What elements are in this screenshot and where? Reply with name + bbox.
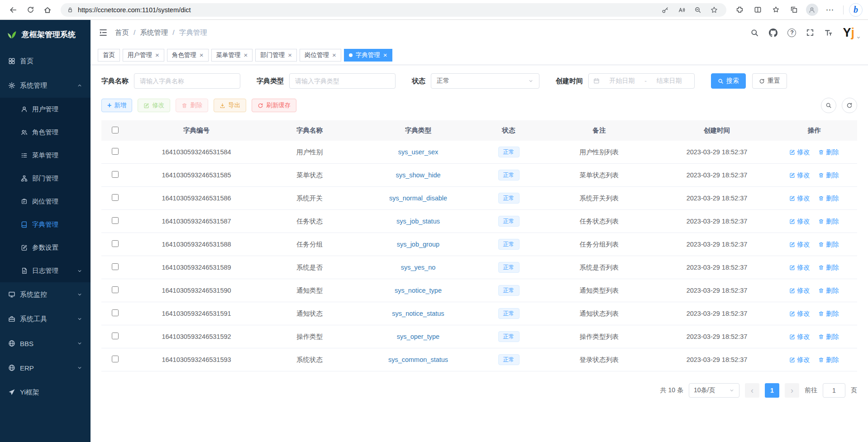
dict-type-link[interactable]: sys_normal_disable [389, 195, 447, 202]
dict-type-link[interactable]: sys_job_status [396, 218, 440, 225]
app-logo[interactable]: 意框架管理系统 [0, 20, 91, 49]
search-button[interactable]: 搜索 [711, 73, 746, 89]
edit-row-button[interactable]: 修改 [789, 217, 810, 226]
sidebar-item-system-monitor[interactable]: 系统监控 [0, 282, 91, 307]
delete-button[interactable]: 删除 [176, 99, 208, 112]
dict-type-link[interactable]: sys_notice_type [395, 287, 442, 294]
export-button[interactable]: 导出 [214, 99, 246, 112]
favorites-star-icon[interactable] [708, 4, 720, 16]
delete-row-button[interactable]: 删除 [818, 171, 839, 180]
github-button[interactable] [769, 29, 777, 37]
collections-icon[interactable] [786, 2, 801, 18]
sidebar-item-erp[interactable]: ERP [0, 356, 91, 380]
sidebar-item-dict-management[interactable]: 字典管理 [0, 213, 91, 236]
browser-profile-avatar[interactable] [804, 2, 820, 18]
sidebar-item-home[interactable]: 首页 [0, 49, 91, 73]
edit-row-button[interactable]: 修改 [789, 309, 810, 318]
prev-page-button[interactable]: ‹ [745, 383, 759, 398]
dict-name-input[interactable] [134, 73, 240, 89]
close-icon[interactable]: × [288, 52, 292, 58]
close-icon[interactable]: × [244, 52, 248, 58]
breadcrumb-home[interactable]: 首页 [115, 28, 129, 38]
address-bar[interactable]: https://ccnetcore.com:1101/system/dict [61, 3, 726, 17]
select-all-checkbox[interactable] [112, 127, 119, 133]
sidebar-item-post-management[interactable]: 岗位管理 [0, 190, 91, 213]
split-screen-icon[interactable] [750, 2, 765, 18]
delete-row-button[interactable]: 删除 [818, 286, 839, 295]
sidebar-item-log-management[interactable]: 日志管理 [0, 259, 91, 282]
close-icon[interactable]: × [155, 52, 159, 58]
sidebar-item-yi-framework[interactable]: Yi框架 [0, 380, 91, 404]
extensions-puzzle-icon[interactable] [732, 2, 747, 18]
hide-search-button[interactable] [821, 98, 836, 113]
add-button[interactable]: + 新增 [101, 99, 132, 112]
page-size-select[interactable]: 10条/页 [689, 383, 739, 398]
dict-type-link[interactable]: sys_job_group [397, 241, 439, 248]
refresh-cache-button[interactable]: 刷新缓存 [252, 99, 296, 112]
dict-type-link[interactable]: sys_show_hide [396, 171, 440, 179]
row-checkbox[interactable] [112, 333, 119, 339]
zoom-out-icon[interactable] [692, 4, 704, 16]
row-checkbox[interactable] [112, 263, 119, 270]
edit-row-button[interactable]: 修改 [789, 148, 810, 157]
refresh-table-button[interactable] [842, 98, 857, 113]
close-icon[interactable]: × [332, 52, 336, 58]
row-checkbox[interactable] [112, 194, 119, 201]
tab-menu-management[interactable]: 菜单管理× [211, 49, 253, 62]
row-checkbox[interactable] [112, 356, 119, 362]
dict-type-link[interactable]: sys_yes_no [401, 264, 436, 271]
edit-row-button[interactable]: 修改 [789, 286, 810, 295]
row-checkbox[interactable] [112, 286, 119, 293]
dict-type-link[interactable]: sys_user_sex [398, 148, 439, 156]
delete-row-button[interactable]: 删除 [818, 240, 839, 249]
help-button[interactable]: ? [787, 29, 796, 37]
browser-back-button[interactable] [5, 2, 21, 18]
close-icon[interactable]: × [200, 52, 204, 58]
edit-row-button[interactable]: 修改 [789, 240, 810, 249]
row-checkbox[interactable] [112, 171, 119, 178]
goto-page-input[interactable] [823, 383, 845, 398]
dict-type-link[interactable]: sys_notice_status [392, 310, 444, 317]
edit-row-button[interactable]: 修改 [789, 194, 810, 203]
tab-role-management[interactable]: 角色管理× [167, 49, 209, 62]
edit-row-button[interactable]: 修改 [789, 171, 810, 180]
delete-row-button[interactable]: 删除 [818, 356, 839, 364]
breadcrumb-system[interactable]: 系统管理 [140, 28, 168, 38]
sidebar-item-system-management[interactable]: 系统管理 [0, 73, 91, 98]
row-checkbox[interactable] [112, 309, 119, 316]
status-select[interactable]: 正常 [431, 73, 539, 89]
header-search-button[interactable] [750, 29, 759, 37]
sidebar-item-bbs[interactable]: BBS [0, 331, 91, 356]
edit-row-button[interactable]: 修改 [789, 263, 810, 272]
next-page-button[interactable]: › [785, 383, 799, 398]
close-icon[interactable]: × [383, 52, 387, 58]
tab-post-management[interactable]: 岗位管理× [300, 49, 341, 62]
sidebar-item-user-management[interactable]: 用户管理 [0, 98, 91, 121]
fullscreen-button[interactable] [806, 29, 814, 37]
delete-row-button[interactable]: 删除 [818, 309, 839, 318]
browser-home-button[interactable] [40, 2, 55, 18]
delete-row-button[interactable]: 删除 [818, 148, 839, 157]
tab-dict-management[interactable]: 字典管理× [344, 49, 392, 62]
tab-dept-management[interactable]: 部门管理× [255, 49, 297, 62]
sidebar-item-dept-management[interactable]: 部门管理 [0, 167, 91, 190]
sidebar-item-role-management[interactable]: 角色管理 [0, 121, 91, 144]
sidebar-item-menu-management[interactable]: 菜单管理 [0, 144, 91, 167]
row-checkbox[interactable] [112, 148, 119, 155]
delete-row-button[interactable]: 删除 [818, 194, 839, 203]
bing-sidebar-button[interactable]: b [849, 3, 863, 17]
dict-type-input[interactable] [289, 73, 396, 89]
delete-row-button[interactable]: 删除 [818, 333, 839, 341]
edit-row-button[interactable]: 修改 [789, 333, 810, 341]
browser-refresh-button[interactable] [23, 2, 38, 18]
password-key-icon[interactable] [659, 4, 671, 16]
font-size-button[interactable] [824, 29, 833, 37]
current-page-button[interactable]: 1 [765, 383, 779, 398]
edit-row-button[interactable]: 修改 [789, 356, 810, 364]
row-checkbox[interactable] [112, 240, 119, 247]
row-checkbox[interactable] [112, 217, 119, 224]
delete-row-button[interactable]: 删除 [818, 263, 839, 272]
dict-type-link[interactable]: sys_oper_type [397, 333, 439, 340]
dict-type-link[interactable]: sys_common_status [388, 356, 448, 363]
tab-user-management[interactable]: 用户管理× [123, 49, 164, 62]
